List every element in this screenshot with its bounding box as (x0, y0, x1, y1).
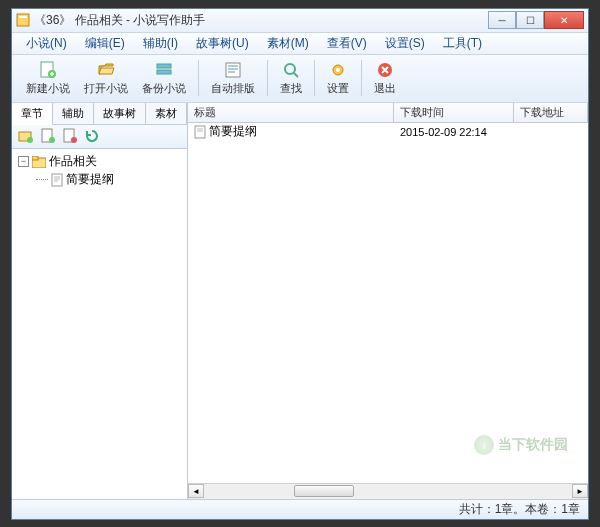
toolbar-separator (314, 60, 315, 96)
list-body[interactable]: 简要提纲 2015-02-09 22:14 ↓ 当下软件园 (188, 123, 588, 483)
toolbar-separator (361, 60, 362, 96)
new-icon (38, 60, 58, 80)
status-text: 共计：1章。本卷：1章 (459, 501, 580, 518)
collapse-icon[interactable]: − (18, 156, 29, 167)
toolbar-separator (198, 60, 199, 96)
page-icon (194, 125, 206, 139)
cell-dl-time: 2015-02-09 22:14 (394, 126, 514, 138)
add-page-icon[interactable] (40, 128, 56, 144)
list-row[interactable]: 简要提纲 2015-02-09 22:14 (188, 123, 588, 141)
cell-title: 简要提纲 (188, 123, 394, 140)
tree-root[interactable]: − 作品相关 (18, 153, 181, 171)
exit-label: 退出 (374, 81, 396, 96)
list-header: 标题 下载时间 下载地址 (188, 103, 588, 123)
backup-icon (154, 60, 174, 80)
left-pane: 章节 辅助 故事树 素材 − 作品相关 简要 (12, 103, 188, 499)
col-title[interactable]: 标题 (188, 103, 394, 122)
tree-view[interactable]: − 作品相关 简要提纲 (12, 149, 187, 499)
right-pane: 标题 下载时间 下载地址 简要提纲 2015-02-09 22:14 ↓ 当下软… (188, 103, 588, 499)
menu-tools[interactable]: 工具(T) (435, 33, 490, 54)
content-area: 章节 辅助 故事树 素材 − 作品相关 简要 (12, 103, 588, 499)
exit-icon (375, 60, 395, 80)
left-toolbar (12, 125, 187, 149)
scroll-thumb[interactable] (294, 485, 354, 497)
page-icon (51, 173, 63, 187)
svg-rect-0 (17, 14, 29, 26)
horizontal-scrollbar[interactable]: ◄ ► (188, 483, 588, 499)
open-icon (96, 60, 116, 80)
svg-rect-1 (19, 16, 27, 18)
svg-rect-5 (157, 70, 171, 74)
typeset-label: 自动排版 (211, 81, 255, 96)
new-label: 新建小说 (26, 81, 70, 96)
app-window: 《36》 作品相关 - 小说写作助手 ─ ☐ ✕ 小说(N) 编辑(E) 辅助(… (11, 8, 589, 520)
search-icon (281, 60, 301, 80)
window-title: 《36》 作品相关 - 小说写作助手 (34, 12, 488, 29)
menu-settings[interactable]: 设置(S) (377, 33, 433, 54)
open-novel-button[interactable]: 打开小说 (78, 58, 134, 98)
tab-chapter[interactable]: 章节 (12, 103, 53, 125)
col-dl-time[interactable]: 下载时间 (394, 103, 514, 122)
left-tabs: 章节 辅助 故事树 素材 (12, 103, 187, 125)
app-icon (16, 13, 30, 27)
svg-point-16 (71, 137, 77, 143)
new-novel-button[interactable]: 新建小说 (20, 58, 76, 98)
menu-view[interactable]: 查看(V) (319, 33, 375, 54)
statusbar: 共计：1章。本卷：1章 (12, 499, 588, 519)
add-folder-icon[interactable] (18, 128, 34, 144)
svg-rect-4 (157, 64, 171, 68)
refresh-icon[interactable] (84, 128, 100, 144)
tree-root-label: 作品相关 (49, 153, 97, 170)
svg-rect-19 (52, 174, 62, 186)
open-label: 打开小说 (84, 81, 128, 96)
find-label: 查找 (280, 81, 302, 96)
cell-title-text: 简要提纲 (209, 123, 257, 140)
menu-novel[interactable]: 小说(N) (18, 33, 75, 54)
svg-rect-20 (195, 126, 205, 138)
tab-assist[interactable]: 辅助 (53, 103, 94, 124)
svg-point-7 (285, 64, 295, 74)
tree-child-label: 简要提纲 (66, 171, 114, 188)
settings-label: 设置 (327, 81, 349, 96)
menu-edit[interactable]: 编辑(E) (77, 33, 133, 54)
svg-point-9 (336, 68, 340, 72)
folder-icon (32, 156, 46, 168)
menu-assist[interactable]: 辅助(I) (135, 33, 186, 54)
tree-child[interactable]: 简要提纲 (36, 171, 181, 189)
toolbar-separator (267, 60, 268, 96)
menu-storytree[interactable]: 故事树(U) (188, 33, 257, 54)
svg-point-12 (27, 137, 33, 143)
window-buttons: ─ ☐ ✕ (488, 11, 584, 29)
watermark: ↓ 当下软件园 (474, 435, 568, 455)
titlebar[interactable]: 《36》 作品相关 - 小说写作助手 ─ ☐ ✕ (12, 9, 588, 33)
backup-label: 备份小说 (142, 81, 186, 96)
svg-rect-6 (226, 63, 240, 77)
settings-button[interactable]: 设置 (321, 58, 355, 98)
exit-button[interactable]: 退出 (368, 58, 402, 98)
svg-point-14 (49, 137, 55, 143)
backup-novel-button[interactable]: 备份小说 (136, 58, 192, 98)
svg-rect-18 (32, 156, 38, 160)
maximize-button[interactable]: ☐ (516, 11, 544, 29)
tab-storytree[interactable]: 故事树 (94, 103, 146, 124)
typeset-icon (223, 60, 243, 80)
scroll-right-button[interactable]: ► (572, 484, 588, 498)
tab-material[interactable]: 素材 (146, 103, 187, 124)
scroll-track[interactable] (204, 484, 572, 498)
col-dl-addr[interactable]: 下载地址 (514, 103, 588, 122)
auto-typeset-button[interactable]: 自动排版 (205, 58, 261, 98)
delete-icon[interactable] (62, 128, 78, 144)
minimize-button[interactable]: ─ (488, 11, 516, 29)
tree-connector (36, 179, 48, 180)
menu-material[interactable]: 素材(M) (259, 33, 317, 54)
close-button[interactable]: ✕ (544, 11, 584, 29)
toolbar: 新建小说 打开小说 备份小说 自动排版 查找 设置 退出 (12, 55, 588, 103)
download-icon: ↓ (474, 435, 494, 455)
menubar: 小说(N) 编辑(E) 辅助(I) 故事树(U) 素材(M) 查看(V) 设置(… (12, 33, 588, 55)
find-button[interactable]: 查找 (274, 58, 308, 98)
scroll-left-button[interactable]: ◄ (188, 484, 204, 498)
gear-icon (328, 60, 348, 80)
watermark-text: 当下软件园 (498, 436, 568, 454)
